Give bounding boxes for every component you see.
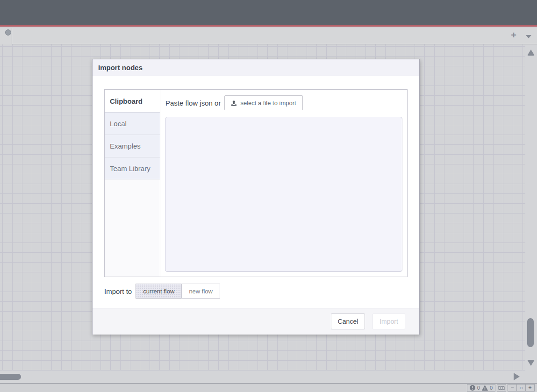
navigator-map-button[interactable] [497, 384, 506, 392]
add-flow-button[interactable]: + [508, 29, 519, 41]
horizontal-scroll-thumb[interactable] [0, 374, 21, 380]
tab-local[interactable]: Local [105, 112, 160, 135]
workspace-tabbar: + [0, 28, 537, 44]
zoom-controls: − ○ + [508, 384, 535, 392]
import-nodes-dialog: Import nodes Clipboard Local Examples Te… [92, 59, 420, 335]
dialog-title: Import nodes [93, 59, 419, 76]
vertical-scroll-thumb[interactable] [527, 318, 534, 347]
scroll-down-arrow-icon[interactable] [527, 360, 535, 366]
horizontal-scrollbar [0, 371, 525, 383]
vertical-scrollbar [525, 44, 537, 383]
upload-icon [231, 100, 237, 106]
tab-clipboard[interactable]: Clipboard [105, 90, 160, 112]
map-icon [498, 385, 505, 391]
tabbar-left-box [0, 28, 12, 44]
import-destination-group: current flow new flow [136, 284, 220, 299]
tab-examples[interactable]: Examples [105, 135, 160, 157]
clipboard-tab-content: Paste flow json or select a file to impo… [160, 90, 407, 277]
app-header [0, 0, 537, 27]
tab-team-library[interactable]: Team Library [105, 157, 160, 179]
import-to-label: Import to [104, 287, 132, 295]
warning-triangle-icon [482, 385, 488, 391]
paste-flow-json-label: Paste flow json or [165, 99, 221, 107]
cancel-button[interactable]: Cancel [331, 314, 365, 329]
zoom-reset-button[interactable]: ○ [516, 384, 526, 392]
warning-count: 0 [490, 385, 493, 391]
tabbar-dot-icon [5, 29, 11, 36]
import-button[interactable]: Import [372, 314, 405, 329]
scroll-up-arrow-icon[interactable] [527, 50, 535, 56]
dialog-body: Clipboard Local Examples Team Library Pa… [93, 76, 419, 308]
select-file-button-label: select a file to import [240, 100, 296, 107]
flow-json-textarea[interactable] [165, 117, 402, 272]
error-count: 0 [477, 385, 480, 391]
notification-counts[interactable]: 0 0 [467, 384, 495, 392]
import-to-current-flow-button[interactable]: current flow [136, 284, 182, 299]
zoom-out-button[interactable]: − [508, 384, 517, 392]
zoom-in-button[interactable]: + [525, 384, 535, 392]
flow-list-chevron-down-icon[interactable] [526, 35, 531, 38]
import-to-new-flow-button[interactable]: new flow [181, 284, 220, 299]
statusbar: 0 0 − ○ + [0, 383, 537, 392]
dialog-footer: Cancel Import [93, 308, 419, 335]
import-destination-row: Import to current flow new flow [104, 284, 408, 299]
scroll-right-arrow-icon[interactable] [514, 373, 520, 380]
import-source-tabs: Clipboard Local Examples Team Library [105, 90, 160, 277]
error-circle-icon [470, 385, 475, 391]
import-source-panel: Clipboard Local Examples Team Library Pa… [104, 89, 408, 277]
select-file-button[interactable]: select a file to import [224, 95, 302, 110]
